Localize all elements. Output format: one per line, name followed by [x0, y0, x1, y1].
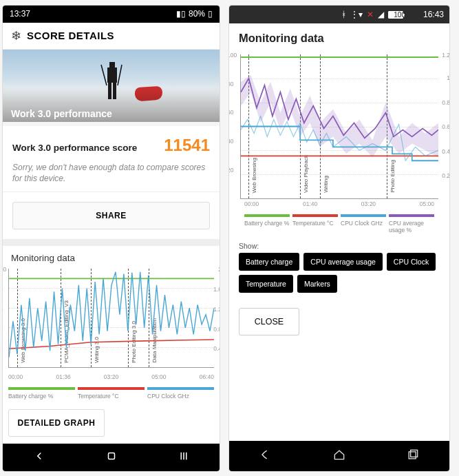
chart-svg — [9, 269, 214, 367]
pill-temperature[interactable]: Temperature — [239, 275, 293, 293]
svg-marker-10 — [241, 75, 438, 157]
wifi-icon: ⋮▾ — [350, 10, 363, 19]
rytick: 0.6GHz — [442, 123, 449, 130]
svg-rect-1 — [107, 68, 117, 83]
legend-item: Battery charge % — [8, 393, 75, 400]
close-button[interactable]: CLOSE — [239, 308, 299, 335]
rytick: 2GHz — [218, 266, 220, 273]
pill-cpu-clock[interactable]: CPU Clock — [387, 253, 436, 271]
rytick: 0.8GHz — [213, 326, 220, 333]
ytick: 40 — [229, 138, 233, 145]
page-title: Monitoring data — [239, 32, 440, 45]
bluetooth-icon: ᚼ — [341, 10, 346, 19]
svg-rect-2 — [108, 83, 111, 99]
home-icon[interactable] — [332, 448, 346, 464]
legend-labels: Battery charge % Temperature °C CPU Cloc… — [244, 220, 434, 234]
legend-labels: Battery charge % Temperature °C CPU Cloc… — [8, 393, 214, 400]
svg-rect-3 — [113, 83, 116, 99]
legend-bars — [8, 387, 214, 390]
xtick: 06:40 — [200, 373, 214, 380]
android-navbar — [3, 444, 220, 471]
monitoring-chart-left: 100 80 60 40 20 2GHz 1.6GHz 1.2GHz 0.8GH… — [8, 269, 214, 368]
share-button[interactable]: SHARE — [12, 202, 210, 229]
xaxis: 00:00 01:40 03:20 05:00 — [244, 200, 434, 207]
detailed-graph-button[interactable]: DETAILED GRAPH — [8, 409, 105, 437]
svg-rect-11 — [409, 452, 416, 459]
pill-cpu-avg[interactable]: CPU average usage — [303, 253, 383, 271]
legend-item: CPU Clock GHz — [341, 220, 386, 234]
legend-item: Battery charge % — [244, 220, 290, 234]
ytick: 80 — [229, 81, 233, 87]
chart-svg — [241, 54, 438, 198]
hero-image: Work 3.0 performance — [3, 50, 220, 126]
phone-right: ᚼ ⋮▾ ✕ ◢ 100 16:43 Monitoring data 100 8… — [229, 6, 449, 471]
back-icon[interactable] — [259, 448, 273, 464]
svg-rect-12 — [410, 450, 417, 457]
status-time: 13:37 — [10, 9, 30, 19]
rytick: 0.8GHz — [442, 99, 449, 106]
status-time: 16:43 — [423, 10, 444, 19]
statusbar-right: ᚼ ⋮▾ ✕ ◢ 100 16:43 — [229, 6, 449, 23]
back-icon[interactable] — [33, 450, 45, 465]
skier-icon — [96, 58, 127, 107]
xtick: 01:40 — [303, 200, 317, 207]
rytick: 0.4GHz — [442, 148, 449, 155]
rytick: 1GHz — [447, 74, 449, 81]
legend-item: CPU Clock GHz — [147, 393, 214, 400]
xtick: 00:00 — [244, 200, 259, 207]
rytick: 1.2GHz — [213, 306, 220, 313]
rytick: 1.6GHz — [213, 286, 220, 293]
xtick: 03:20 — [361, 200, 376, 207]
score-card: Work 3.0 performance score 11541 Sorry, … — [3, 126, 220, 192]
ytick: 100 — [3, 266, 6, 273]
ytick: 100 — [229, 52, 237, 59]
score-note: Sorry, we don't have enough data to comp… — [12, 162, 210, 184]
snowflake-icon: ❄ — [11, 28, 21, 43]
xaxis: 00:00 01:36 03:20 05:00 06:40 — [8, 373, 214, 380]
battery-pct: 100 — [394, 11, 405, 19]
svg-line-4 — [101, 65, 107, 85]
score-value: 11541 — [164, 136, 210, 155]
svg-rect-6 — [108, 453, 114, 459]
legend-bars — [244, 214, 434, 217]
xtick: 00:00 — [8, 373, 23, 380]
rytick: 0.2GHz — [442, 172, 449, 179]
battery-pct: 80% — [189, 9, 205, 19]
rytick: 0.4GHz — [213, 345, 220, 352]
xtick: 03:20 — [104, 373, 118, 380]
ytick: 60 — [229, 109, 233, 116]
legend-item: Temperature °C — [78, 393, 145, 400]
hero-label: Work 3.0 performance — [11, 108, 112, 119]
pill-battery[interactable]: Battery charge — [239, 253, 299, 271]
battery-icon: ▯ — [208, 9, 213, 19]
statusbar-left: 13:37 ▮▯ 80% ▯ — [3, 6, 220, 23]
ytick: 20 — [229, 167, 233, 174]
svg-rect-0 — [109, 62, 115, 68]
pill-markers[interactable]: Markers — [297, 275, 337, 293]
legend-item: CPU average usage % — [389, 220, 434, 234]
filter-pills: Battery charge CPU average usage CPU Clo… — [239, 253, 440, 293]
signal-icon: ▮▯ — [176, 9, 186, 19]
page-title: SCORE DETAILS — [27, 30, 114, 41]
xtick: 05:00 — [151, 373, 166, 380]
legend-item: Temperature °C — [292, 220, 338, 234]
phone-left: 13:37 ▮▯ 80% ▯ ❄ SCORE DETAILS Work 3.0 … — [3, 6, 220, 471]
xtick: 01:36 — [56, 373, 70, 380]
home-icon[interactable] — [105, 450, 118, 465]
page-header: ❄ SCORE DETAILS — [3, 23, 220, 50]
recents-icon[interactable] — [406, 448, 420, 464]
monitoring-chart-right: 100 80 60 40 20 1.2GHz 1GHz 0.8GHz 0.6GH… — [240, 54, 438, 199]
rytick: 1.2GHz — [442, 52, 449, 59]
xtick: 05:00 — [420, 200, 434, 207]
score-label: Work 3.0 performance score — [12, 143, 137, 153]
show-label: Show: — [239, 242, 440, 250]
sled-icon — [134, 86, 162, 102]
signal-icon: ✕ — [367, 10, 374, 19]
cell-icon: ◢ — [378, 10, 384, 19]
section-title: Monitoring data — [3, 239, 220, 269]
android-navbar — [229, 441, 449, 471]
recents-icon[interactable] — [178, 450, 190, 465]
svg-line-5 — [118, 65, 122, 85]
